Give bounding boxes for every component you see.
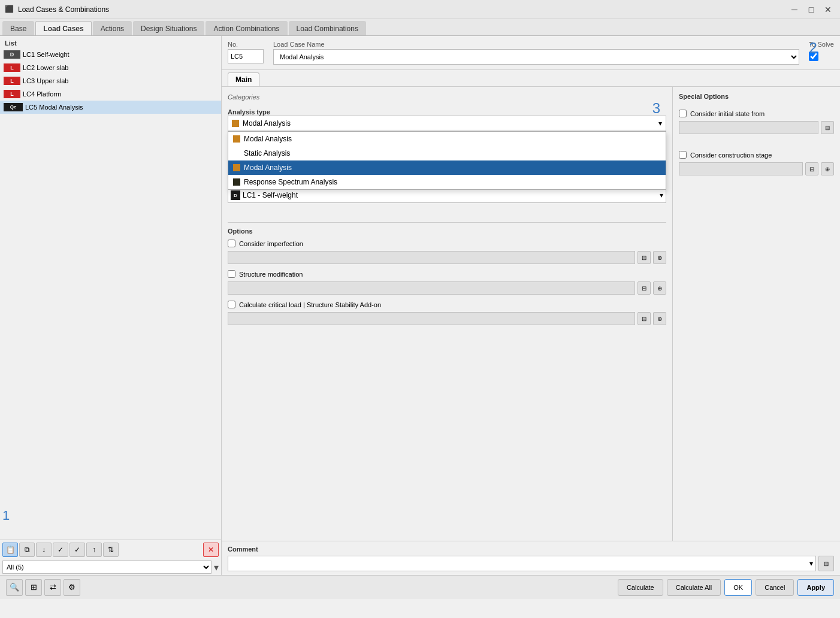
list-item[interactable]: L LC3 Upper slab — [0, 74, 221, 87]
lc5-text: LC5 Modal Analysis — [25, 104, 83, 111]
initial-state-btn[interactable]: ⊟ — [821, 121, 834, 134]
analysis-type-select-trigger[interactable]: Modal Analysis ▾ — [228, 116, 666, 131]
ok-button[interactable]: OK — [724, 579, 752, 596]
comment-select[interactable]: ▾ — [228, 556, 816, 571]
main-layout: List D LC1 Self-weight L LC2 Lower slab … — [0, 36, 840, 575]
consider-construction-stage-checkbox[interactable] — [679, 151, 687, 159]
lc3-text: LC3 Upper slab — [23, 77, 68, 84]
modal-analysis-selected-color — [233, 164, 240, 171]
structure-mod-btn2[interactable]: ⊕ — [653, 281, 666, 295]
move-up-button[interactable]: ↑ — [86, 543, 102, 557]
top-fields: No. Load Case Name Modal Analysis 2 To S… — [222, 36, 840, 70]
app-icon: ⬛ — [5, 5, 14, 14]
badge-3: 3 — [652, 100, 660, 117]
check-all-button[interactable]: ✓ — [70, 543, 85, 557]
construction-stage-input — [679, 162, 803, 175]
consider-construction-stage-row: Consider construction stage — [679, 150, 834, 160]
sort-button[interactable]: ⇅ — [103, 543, 119, 557]
list-label: List — [0, 36, 221, 48]
new-button[interactable]: 📋 — [2, 543, 18, 557]
settings-icon-button[interactable]: ⚙ — [64, 579, 80, 596]
no-input[interactable] — [228, 49, 264, 63]
consider-construction-stage-group: Consider construction stage ⊟ ⊕ — [679, 150, 834, 175]
consider-initial-state-checkbox[interactable] — [679, 110, 687, 117]
consider-initial-state-label: Consider initial state from — [690, 110, 765, 117]
lc2-text: LC2 Lower slab — [23, 64, 68, 71]
list-item[interactable]: Qe LC5 Modal Analysis — [0, 101, 221, 114]
no-field-group: No. — [228, 41, 264, 63]
right-panel: No. Load Case Name Modal Analysis 2 To S… — [222, 36, 840, 575]
tab-actions[interactable]: Actions — [93, 21, 132, 35]
lc3-color-badge: L — [4, 77, 20, 85]
check-button[interactable]: ✓ — [53, 543, 68, 557]
lc5-color-badge: Qe — [4, 103, 23, 111]
cancel-button[interactable]: Cancel — [756, 579, 794, 596]
bottom-right: Calculate Calculate All OK Cancel Apply — [618, 579, 834, 596]
critical-load-group: Calculate critical load | Structure Stab… — [228, 299, 666, 325]
minimize-button[interactable]: ─ — [787, 2, 802, 17]
construction-stage-btn2[interactable]: ⊕ — [821, 162, 834, 175]
analysis-type-value: Modal Analysis — [243, 119, 291, 128]
apply-button[interactable]: Apply — [797, 579, 834, 596]
tab-design-situations[interactable]: Design Situations — [133, 21, 204, 35]
critical-load-btn2[interactable]: ⊕ — [653, 312, 666, 325]
imperfection-btn1[interactable]: ⊟ — [637, 251, 651, 264]
filter-select[interactable]: All (5) — [2, 561, 211, 574]
structure-mod-input — [228, 281, 635, 295]
lc1-color-badge: D — [4, 50, 20, 59]
list-item[interactable]: L LC4 Platform — [0, 87, 221, 101]
bottom-bar: 🔍 ⊞ ⇄ ⚙ Calculate Calculate All OK Cance… — [0, 575, 840, 599]
badge-1: 1 — [2, 508, 10, 523]
nav-icon-button[interactable]: ⇄ — [44, 579, 61, 596]
search-icon-button[interactable]: 🔍 — [6, 579, 23, 596]
delete-button[interactable]: ✕ — [203, 543, 219, 557]
consider-initial-state-group: Consider initial state from ⊟ — [679, 108, 834, 134]
structure-mod-btn1[interactable]: ⊟ — [637, 281, 651, 295]
critical-load-btn1[interactable]: ⊟ — [637, 312, 651, 325]
comment-btn[interactable]: ⊟ — [818, 556, 834, 571]
lc4-color-badge: L — [4, 90, 20, 98]
menu-tabs: Base Load Cases Actions Design Situation… — [0, 19, 840, 36]
load-case-name-select[interactable]: Modal Analysis — [273, 49, 799, 65]
tab-action-combinations[interactable]: Action Combinations — [206, 21, 287, 35]
maximize-button[interactable]: □ — [804, 2, 818, 17]
special-options-label: Special Options — [679, 93, 834, 100]
content-tabs: Main — [222, 70, 840, 87]
dropdown-item-modal-selected[interactable]: Modal Analysis — [228, 160, 666, 175]
content-area: Categories Analysis type 3 Modal Analysi… — [222, 87, 840, 541]
imperfection-btn2[interactable]: ⊕ — [653, 251, 666, 264]
calculate-all-button[interactable]: Calculate All — [667, 579, 721, 596]
response-spectrum-color — [233, 178, 240, 186]
filter-chevron-icon[interactable]: ▾ — [214, 562, 219, 573]
tab-load-cases[interactable]: Load Cases — [35, 21, 91, 35]
all-filter: All (5) ▾ — [0, 559, 221, 575]
critical-load-checkbox[interactable] — [228, 301, 235, 308]
tab-load-combinations[interactable]: Load Combinations — [289, 21, 366, 35]
imperfection-input — [228, 251, 635, 264]
copy-button[interactable]: ⧉ — [19, 543, 35, 557]
dropdown-item-static[interactable]: Static Analysis — [228, 146, 666, 160]
list-item[interactable]: L LC2 Lower slab — [0, 61, 221, 74]
tab-base[interactable]: Base — [2, 21, 34, 35]
window-controls: ─ □ ✕ — [787, 2, 835, 17]
categories-label: Categories — [228, 93, 666, 101]
imperfection-input-row: ⊟ ⊕ — [228, 251, 666, 264]
construction-stage-btn1[interactable]: ⊟ — [805, 162, 818, 175]
calculate-button[interactable]: Calculate — [618, 579, 663, 596]
bottom-left: 🔍 ⊞ ⇄ ⚙ — [6, 579, 80, 596]
lc1-import-badge: D — [231, 190, 240, 200]
close-button[interactable]: ✕ — [821, 2, 835, 17]
import-select-arrow-icon: ▾ — [660, 191, 663, 199]
dropdown-item-modal[interactable]: Modal Analysis — [228, 132, 666, 146]
tab-main[interactable]: Main — [228, 72, 259, 86]
list-item[interactable]: D LC1 Self-weight — [0, 48, 221, 61]
analysis-type-select-wrap: Modal Analysis ▾ Modal Analysis — [228, 116, 666, 131]
dropdown-item-response[interactable]: Response Spectrum Analysis — [228, 175, 666, 189]
table-icon-button[interactable]: ⊞ — [25, 579, 42, 596]
consider-imperfection-checkbox[interactable] — [228, 240, 235, 247]
consider-imperfection-row: Consider imperfection — [228, 238, 666, 249]
structure-modification-checkbox[interactable] — [228, 270, 235, 278]
structure-modification-group: Structure modification ⊟ ⊕ — [228, 269, 666, 295]
lc1-text: LC1 Self-weight — [23, 51, 70, 58]
move-down-button[interactable]: ↓ — [36, 543, 52, 557]
